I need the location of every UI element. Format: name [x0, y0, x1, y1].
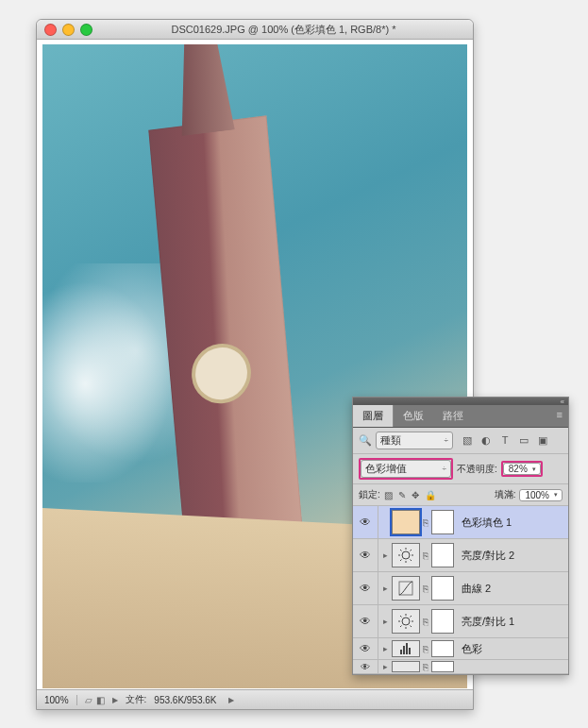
layer-thumbnail[interactable] [392, 510, 420, 534]
svg-rect-19 [400, 650, 402, 654]
expand-icon[interactable]: ▸ [378, 550, 392, 560]
statusbar-icon[interactable]: ▱ [85, 695, 92, 705]
panel-menu-icon[interactable]: ≡ [551, 405, 568, 427]
curves-icon [397, 580, 414, 597]
svg-line-18 [411, 616, 412, 618]
svg-point-10 [402, 618, 410, 625]
lock-all-icon[interactable]: 🔒 [425, 490, 436, 500]
layer-thumbnail[interactable] [392, 609, 420, 634]
expand-icon[interactable]: ▸ [378, 584, 392, 593]
layer-thumbnail[interactable] [392, 576, 420, 601]
mask-link-icon[interactable]: ⎘ [421, 617, 430, 627]
layer-name[interactable]: 曲線 2 [462, 582, 491, 596]
brightness-contrast-icon [397, 613, 414, 630]
zoom-level[interactable]: 100% [44, 695, 77, 705]
layer-thumbnail[interactable] [392, 661, 420, 672]
fill-dropdown-icon[interactable]: ▾ [552, 491, 560, 499]
layer-thumbnail[interactable] [392, 640, 420, 657]
visibility-toggle[interactable]: 👁 [353, 572, 378, 604]
layer-name[interactable]: 色彩填色 1 [462, 516, 512, 530]
blend-opacity-row: 色彩增值 ÷ 不透明度: 82% ▾ [353, 454, 568, 484]
layer-name[interactable]: 亮度/對比 2 [462, 549, 514, 563]
filter-shape-icon[interactable]: ▭ [517, 434, 530, 447]
filter-kind-select[interactable]: 種類 ÷ [376, 432, 453, 449]
expand-icon[interactable]: ▸ [378, 617, 392, 626]
statusbar-menu-icon[interactable]: ▶ [112, 696, 118, 704]
lock-transparency-icon[interactable]: ▨ [384, 490, 393, 500]
fill-input[interactable]: 100% ▾ [519, 489, 563, 501]
statusbar-icons: ▱ ◧ [85, 695, 105, 705]
mask-link-icon[interactable]: ⎘ [421, 584, 430, 594]
layer-name[interactable]: 亮度/對比 1 [462, 615, 514, 629]
opacity-highlight: 82% ▾ [501, 461, 543, 477]
blend-mode-highlight: 色彩增值 ÷ [359, 458, 453, 480]
blend-mode-select[interactable]: 色彩增值 ÷ [361, 460, 451, 478]
zoom-window-button[interactable] [80, 24, 92, 36]
layer-row[interactable]: 👁 ▸ ⎘ 亮度/對比 1 [353, 605, 568, 638]
visibility-toggle[interactable]: 👁 [353, 539, 378, 571]
svg-line-8 [411, 550, 412, 551]
lock-icons: ▨ ✎ ✥ 🔒 [384, 490, 436, 500]
layer-name[interactable]: 色彩 [462, 642, 482, 656]
mask-link-icon[interactable]: ⎘ [421, 517, 430, 528]
visibility-toggle[interactable]: 👁 [353, 660, 378, 673]
mask-link-icon[interactable]: ⎘ [421, 644, 430, 654]
svg-line-17 [400, 626, 402, 628]
svg-line-6 [411, 560, 412, 562]
file-size-label: 文件: [126, 693, 147, 706]
panel-grip[interactable]: « [353, 398, 568, 405]
layer-row[interactable]: 👁 ▸ ⎘ 色彩 [353, 638, 568, 660]
lock-fill-row: 鎖定: ▨ ✎ ✥ 🔒 填滿: 100% ▾ [353, 484, 568, 506]
visibility-toggle[interactable]: 👁 [353, 605, 378, 637]
layer-mask-thumbnail[interactable] [431, 510, 454, 534]
visibility-toggle[interactable]: 👁 [353, 506, 378, 538]
svg-line-15 [400, 616, 402, 618]
opacity-value: 82% [506, 464, 530, 474]
mask-link-icon[interactable]: ⎘ [421, 550, 430, 561]
window-controls [44, 24, 92, 36]
status-bar: 100% ▱ ◧ ▶ 文件: 953.6K/953.6K ▶ [37, 689, 473, 709]
filter-type-icon[interactable]: T [498, 434, 512, 447]
layer-row[interactable]: 👁 ▸ ⎘ 亮度/對比 2 [353, 539, 568, 572]
opacity-dropdown-icon[interactable]: ▾ [530, 466, 538, 473]
layer-mask-thumbnail[interactable] [431, 661, 454, 672]
layer-mask-thumbnail[interactable] [431, 543, 454, 567]
dropdown-icon: ÷ [443, 465, 446, 473]
layer-mask-thumbnail[interactable] [431, 640, 454, 657]
dropdown-icon: ÷ [445, 436, 448, 445]
svg-line-7 [400, 560, 402, 562]
svg-point-0 [402, 551, 410, 559]
mask-link-icon[interactable]: ⎘ [421, 662, 430, 672]
tab-paths[interactable]: 路徑 [433, 405, 473, 427]
layers-panel: « 圖層 色版 路徑 ≡ 🔍 種類 ÷ ▧ ◐ T ▭ ▣ 色彩增值 ÷ 不透明… [352, 397, 569, 675]
panel-tabs: 圖層 色版 路徑 ≡ [353, 405, 568, 428]
filter-adjust-icon[interactable]: ◐ [479, 434, 493, 447]
statusbar-more-icon[interactable]: ▶ [228, 696, 234, 704]
lock-label: 鎖定: [359, 488, 380, 501]
expand-icon[interactable]: ▸ [378, 644, 392, 653]
minimize-window-button[interactable] [62, 24, 75, 36]
close-window-button[interactable] [44, 24, 57, 36]
visibility-toggle[interactable]: 👁 [353, 638, 378, 659]
statusbar-icon[interactable]: ◧ [96, 695, 105, 705]
layer-mask-thumbnail[interactable] [431, 576, 454, 601]
fill-label: 填滿: [495, 488, 516, 501]
layer-thumbnail[interactable] [392, 543, 420, 567]
filter-pixel-icon[interactable]: ▧ [461, 434, 474, 447]
layer-row[interactable]: 👁 ▸ ⎘ [353, 660, 568, 674]
layer-row[interactable]: 👁 ⎘ 色彩填色 1 [353, 506, 568, 539]
tab-channels[interactable]: 色版 [394, 405, 433, 427]
svg-line-16 [411, 626, 412, 628]
filter-smart-icon[interactable]: ▣ [536, 434, 549, 447]
layer-mask-thumbnail[interactable] [431, 609, 454, 634]
file-size-value: 953.6K/953.6K [154, 695, 216, 705]
layer-row[interactable]: 👁 ▸ ⎘ 曲線 2 [353, 572, 568, 605]
filter-kind-label: 種類 [380, 433, 401, 448]
search-icon: 🔍 [359, 434, 372, 447]
expand-icon[interactable]: ▸ [378, 662, 392, 671]
lock-position-icon[interactable]: ✥ [412, 490, 419, 500]
tab-layers[interactable]: 圖層 [353, 405, 394, 427]
lock-paint-icon[interactable]: ✎ [398, 490, 406, 500]
opacity-input[interactable]: 82% ▾ [503, 463, 541, 475]
titlebar[interactable]: DSC01629.JPG @ 100% (色彩填色 1, RGB/8*) * [37, 20, 473, 40]
